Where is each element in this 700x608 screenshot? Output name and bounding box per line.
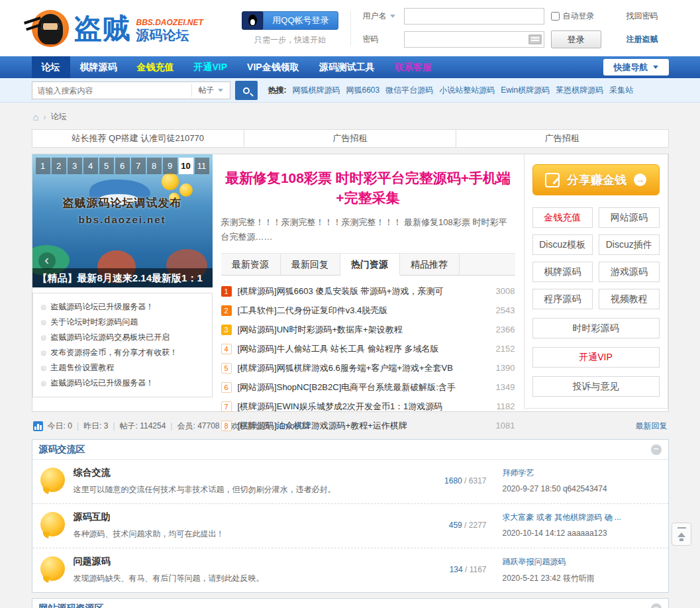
carousel-page[interactable]: 4: [83, 158, 98, 174]
register-link[interactable]: 注册盗贼: [626, 34, 669, 45]
carousel-page[interactable]: 11: [195, 158, 209, 174]
site-logo[interactable]: 盗贼 BBS.DAOZEI.NET 源码论坛: [32, 10, 203, 47]
carousel-page[interactable]: 3: [68, 158, 82, 174]
carousel-page[interactable]: 5: [99, 158, 114, 174]
sidebar-link-feedback[interactable]: 投诉与意见: [532, 376, 660, 397]
nav-item-service[interactable]: 联系客服: [385, 56, 442, 78]
carousel-caption[interactable]: 【精品】最新8月速来2.14最新版1：1: [32, 268, 213, 287]
nav-item-vip[interactable]: 开通VIP: [184, 56, 238, 78]
quick-nav-button[interactable]: 快捷导航: [603, 59, 669, 76]
forum-name[interactable]: 源码互助: [74, 511, 423, 523]
list-item[interactable]: 7 [棋牌源码]EWIN娱乐城梦成2次开发金币1：1游戏源码 1182: [221, 397, 515, 416]
page-header: 盗贼 BBS.DAOZEI.NET 源码论坛 用QQ帐号登录 只需一步，快速开始…: [0, 0, 700, 56]
list-item[interactable]: 2 [工具软件]二代身份证复印件v3.4脱壳版 2543: [221, 301, 515, 320]
auto-login-checkbox[interactable]: [551, 12, 560, 21]
last-post-link[interactable]: 踊跃举报问题源码: [503, 556, 660, 568]
last-post-meta: 2020-5-21 23:42 筱竹听雨: [503, 573, 660, 584]
view-count: 1390: [496, 363, 515, 373]
hot-link[interactable]: 网狐6603: [346, 85, 380, 96]
nav-item-forum[interactable]: 论坛: [32, 56, 70, 78]
last-post-link[interactable]: 求大富豪 或者 其他棋牌源码 确 ...: [503, 512, 660, 523]
ad-link[interactable]: 站长推荐 QP搭建 认准司徒210770: [32, 130, 244, 147]
forum-name[interactable]: 综合交流: [74, 467, 423, 479]
nav-item-test-tools[interactable]: 源码测试工具: [309, 56, 385, 78]
username-label[interactable]: 用户名: [363, 11, 397, 22]
carousel-page[interactable]: 6: [115, 158, 130, 174]
hot-link[interactable]: 网狐棋牌源码: [293, 85, 340, 96]
search-button[interactable]: [235, 81, 258, 100]
tab-recommended[interactable]: 精品推荐: [400, 254, 460, 275]
breadcrumb-current[interactable]: 论坛: [51, 111, 67, 123]
forum-row[interactable]: 问题源码 发现源码缺失、有马、有后门等问题，请到此处反映。 134 / 1167…: [32, 548, 668, 592]
section-title[interactable]: 网站源码资源区: [39, 603, 104, 608]
sidebar-link-discuz-template[interactable]: Discuz模板: [532, 234, 593, 255]
carousel-overlay-domain: bbs.daozei.net: [32, 214, 213, 225]
last-post-link[interactable]: 拜师学艺: [503, 468, 660, 479]
latest-reply-link[interactable]: 最新回复: [636, 421, 668, 432]
list-item[interactable]: 5 [棋牌源码]网狐棋牌游戏6.6服务端+客户端+游戏+全套VB 1390: [221, 358, 515, 378]
section-title[interactable]: 源码交流区: [39, 444, 85, 456]
carousel-prev-icon[interactable]: ‹: [38, 252, 56, 270]
forgot-password-link[interactable]: 找回密码: [626, 11, 669, 22]
keyboard-icon[interactable]: [528, 34, 542, 44]
ad-link[interactable]: 广告招租: [456, 130, 668, 147]
search-input[interactable]: [32, 86, 191, 95]
carousel-page[interactable]: 8: [147, 158, 162, 174]
hot-link[interactable]: Ewin棋牌源码: [501, 85, 550, 96]
view-count: 1182: [497, 401, 515, 411]
list-item[interactable]: 4 [网站源码]牛人偷站工具 站长工具 偷站程序 多域名版 2152: [221, 339, 515, 358]
sidebar-link-program-source[interactable]: 程序源码: [532, 289, 593, 309]
carousel-page[interactable]: 2: [52, 158, 66, 174]
search-type-select[interactable]: 帖子: [191, 84, 230, 97]
forum-name[interactable]: 问题源码: [74, 556, 423, 568]
collapse-icon[interactable]: −: [651, 603, 662, 608]
tab-latest-resources[interactable]: 最新资源: [221, 254, 281, 275]
sidebar-link-video-tutorial[interactable]: 视频教程: [599, 289, 660, 309]
home-icon[interactable]: ⌂: [33, 112, 39, 122]
tab-hot-resources[interactable]: 热门资源: [340, 254, 400, 276]
sidebar-link-ssc-source[interactable]: 时时彩源码: [532, 318, 660, 338]
nav-item-qipai[interactable]: 棋牌源码: [70, 56, 127, 78]
sidebar-link-qipai-source[interactable]: 棋牌源码: [532, 262, 593, 282]
share-earn-button[interactable]: 分享赚金钱 →: [532, 164, 660, 195]
forum-counts: 1680 / 6317: [423, 476, 503, 485]
back-to-top-button[interactable]: [672, 523, 691, 546]
username-input[interactable]: [404, 8, 544, 25]
featured-title[interactable]: 最新修复108彩票 时时彩平台完整源码+手机端+完整采集: [224, 168, 513, 209]
announcement-item[interactable]: 主题售价设置教程: [41, 360, 204, 376]
new-member-link[interactable]: samuel12: [275, 421, 309, 431]
sidebar-link-website-source[interactable]: 网站源码: [599, 207, 660, 228]
carousel-page[interactable]: 7: [131, 158, 146, 174]
sidebar-link-discuz-plugin[interactable]: Discuz插件: [599, 234, 660, 255]
announcement-item[interactable]: 关于论坛时时彩源码问题: [41, 315, 204, 330]
carousel-page[interactable]: 9: [163, 158, 177, 174]
hot-link[interactable]: 采集站: [609, 85, 633, 96]
announcement-item[interactable]: 盗贼源码论坛已升级服务器！: [41, 299, 204, 315]
qq-login-button[interactable]: 用QQ帐号登录: [263, 11, 338, 30]
carousel-page-active[interactable]: 10: [179, 158, 193, 174]
login-button[interactable]: 登录: [551, 30, 601, 48]
announcement-item[interactable]: 发布资源得金币，有分享才有收获！: [41, 345, 204, 360]
list-item[interactable]: 6 [网站源码]ShopNC[B2B2C]电商平台系统最新破解版:含手 1349: [221, 378, 515, 397]
nav-item-vip-money[interactable]: VIP金钱领取: [237, 56, 309, 78]
hot-link[interactable]: 小说站整站源码: [439, 85, 495, 96]
sidebar-link-game-source[interactable]: 游戏源码: [599, 262, 660, 282]
announcement-item[interactable]: 盗贼源码论坛已升级服务器！: [41, 376, 204, 391]
carousel[interactable]: 1 2 3 4 5 6 7 8 9 10 11 盗贼源码论坛调试发布 bbs.d…: [32, 154, 213, 287]
carousel-page[interactable]: 1: [36, 158, 50, 174]
tab-latest-replies[interactable]: 最新回复: [281, 254, 340, 275]
collapse-icon[interactable]: −: [651, 444, 662, 455]
search-icon: [243, 87, 250, 94]
ad-link[interactable]: 广告招租: [244, 130, 456, 147]
list-item[interactable]: 1 [棋牌源码]网狐6603 傻瓜安装版 带源码+游戏，亲测可 3008: [221, 281, 515, 301]
sidebar-link-recharge[interactable]: 金钱充值: [532, 207, 593, 228]
list-item[interactable]: 3 [网站源码]UN时时彩源码+数据库+架设教程 2366: [221, 320, 515, 339]
forum-row[interactable]: 综合交流 这里可以随意的交流任何技术与非技术话题，但切勿刷分灌水，违者必封。 1…: [32, 460, 668, 503]
hot-link[interactable]: 莱恩棋牌源码: [556, 85, 603, 96]
announcement-item[interactable]: 盗贼源码论坛源码交易板块已开启: [41, 330, 204, 345]
sidebar-link-open-vip[interactable]: 开通VIP: [532, 347, 660, 368]
password-input[interactable]: [404, 31, 544, 48]
hot-link[interactable]: 微信平台源码: [385, 85, 433, 96]
forum-row[interactable]: 源码互助 各种源码、技术问题求助，均可在此提出！ 459 / 2277 求大富豪…: [32, 503, 668, 548]
nav-item-recharge[interactable]: 金钱充值: [127, 56, 184, 78]
